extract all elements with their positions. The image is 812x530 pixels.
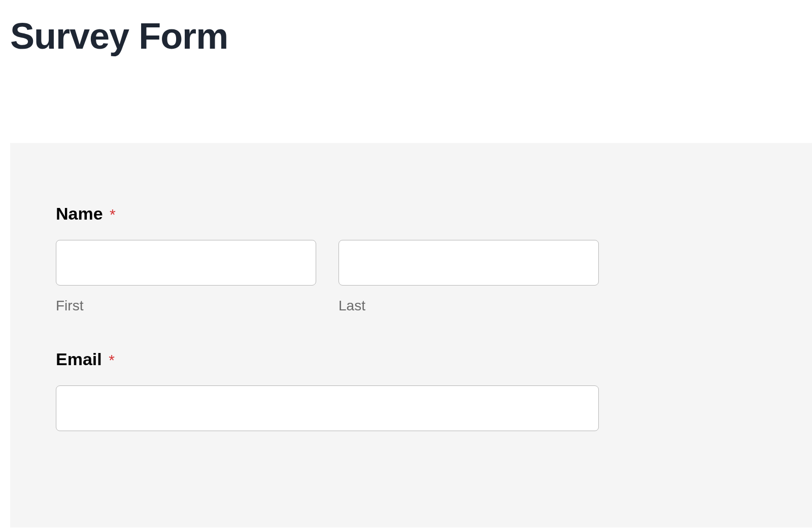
first-name-input[interactable] bbox=[56, 240, 316, 286]
name-row: First Last bbox=[56, 240, 599, 314]
last-name-input[interactable] bbox=[339, 240, 599, 286]
name-label-text: Name bbox=[56, 204, 103, 223]
form-container: Name * First Last Email * bbox=[10, 143, 812, 527]
email-label-text: Email bbox=[56, 349, 102, 369]
email-input[interactable] bbox=[56, 385, 599, 431]
last-name-col: Last bbox=[339, 240, 599, 314]
email-field: Email * bbox=[56, 349, 766, 431]
first-name-sublabel: First bbox=[56, 298, 316, 314]
required-asterisk: * bbox=[110, 206, 116, 223]
page-title: Survey Form bbox=[0, 0, 812, 57]
email-input-wrapper bbox=[56, 385, 599, 431]
name-label: Name * bbox=[56, 204, 766, 224]
last-name-sublabel: Last bbox=[339, 298, 599, 314]
email-label: Email * bbox=[56, 349, 766, 369]
required-asterisk: * bbox=[109, 351, 115, 368]
name-field: Name * First Last bbox=[56, 204, 766, 314]
first-name-col: First bbox=[56, 240, 316, 314]
